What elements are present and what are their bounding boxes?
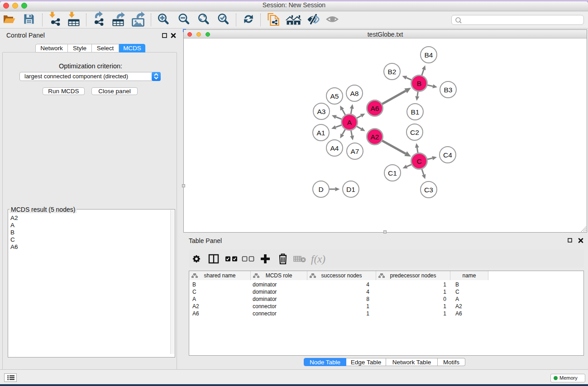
svg-text:C2: C2 bbox=[410, 129, 419, 136]
svg-text:A5: A5 bbox=[330, 92, 339, 100]
svg-text:D: D bbox=[318, 186, 323, 193]
svg-text:A8: A8 bbox=[350, 90, 359, 97]
svg-text:A6: A6 bbox=[371, 105, 379, 112]
svg-text:B4: B4 bbox=[425, 51, 433, 59]
svg-text:C3: C3 bbox=[424, 186, 433, 194]
svg-text:B3: B3 bbox=[444, 86, 453, 94]
svg-text:D1: D1 bbox=[346, 186, 355, 193]
svg-text:A4: A4 bbox=[330, 144, 339, 152]
svg-text:B: B bbox=[417, 80, 421, 87]
svg-text:A: A bbox=[347, 119, 352, 126]
svg-text:B2: B2 bbox=[388, 68, 397, 76]
svg-text:f(x): f(x) bbox=[311, 253, 325, 265]
svg-text:C4: C4 bbox=[443, 151, 452, 159]
svg-text:C1: C1 bbox=[388, 169, 397, 177]
svg-text:A2: A2 bbox=[371, 133, 379, 141]
svg-text:A3: A3 bbox=[317, 108, 326, 115]
svg-text:A7: A7 bbox=[351, 148, 359, 155]
svg-text:C: C bbox=[416, 157, 421, 165]
svg-text:A1: A1 bbox=[317, 129, 325, 137]
svg-text:B1: B1 bbox=[411, 108, 420, 116]
